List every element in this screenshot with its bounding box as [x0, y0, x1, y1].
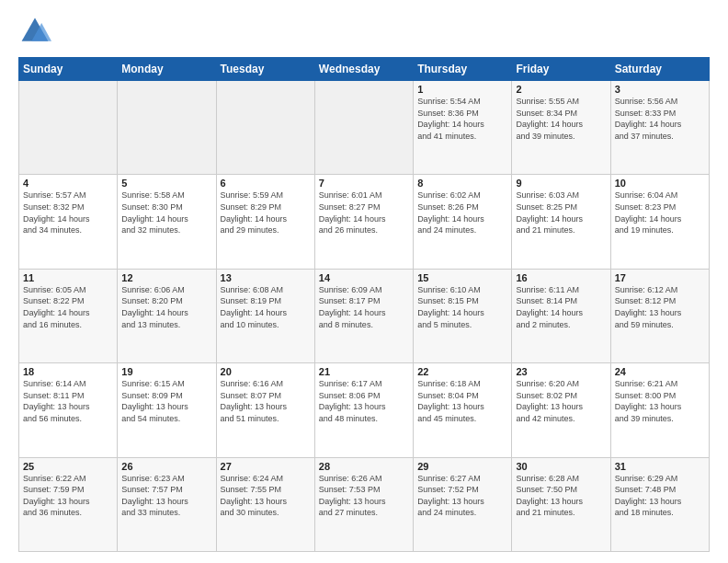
day-info: Sunrise: 6:01 AM Sunset: 8:27 PM Dayligh… [319, 190, 409, 236]
weekday-header-row: SundayMondayTuesdayWednesdayThursdayFrid… [19, 58, 710, 81]
day-info: Sunrise: 6:26 AM Sunset: 7:53 PM Dayligh… [319, 473, 409, 519]
day-info: Sunrise: 6:14 AM Sunset: 8:11 PM Dayligh… [23, 378, 113, 424]
day-number: 14 [319, 272, 409, 283]
day-info: Sunrise: 6:02 AM Sunset: 8:26 PM Dayligh… [417, 190, 507, 236]
calendar-cell: 30Sunrise: 6:28 AM Sunset: 7:50 PM Dayli… [512, 457, 610, 551]
day-info: Sunrise: 6:11 AM Sunset: 8:14 PM Dayligh… [516, 284, 606, 330]
calendar-cell [19, 81, 118, 175]
calendar-week-2: 4Sunrise: 5:57 AM Sunset: 8:32 PM Daylig… [19, 175, 710, 269]
logo [18, 15, 57, 48]
day-info: Sunrise: 5:54 AM Sunset: 8:36 PM Dayligh… [417, 96, 507, 142]
day-number: 2 [516, 84, 606, 95]
calendar-cell: 31Sunrise: 6:29 AM Sunset: 7:48 PM Dayli… [610, 457, 709, 551]
day-number: 11 [23, 272, 113, 283]
calendar-cell: 3Sunrise: 5:56 AM Sunset: 8:33 PM Daylig… [610, 81, 709, 175]
weekday-header-wednesday: Wednesday [314, 58, 413, 81]
header [18, 15, 710, 48]
calendar-cell [216, 81, 314, 175]
page: SundayMondayTuesdayWednesdayThursdayFrid… [0, 0, 728, 563]
day-number: 26 [121, 461, 211, 472]
day-info: Sunrise: 6:03 AM Sunset: 8:25 PM Dayligh… [516, 190, 606, 236]
day-info: Sunrise: 6:18 AM Sunset: 8:04 PM Dayligh… [417, 378, 507, 424]
day-info: Sunrise: 6:17 AM Sunset: 8:06 PM Dayligh… [319, 378, 409, 424]
day-number: 6 [221, 178, 311, 189]
day-number: 5 [121, 178, 211, 189]
day-number: 24 [615, 366, 705, 377]
calendar-header: SundayMondayTuesdayWednesdayThursdayFrid… [19, 58, 710, 81]
day-number: 27 [221, 461, 311, 472]
day-info: Sunrise: 6:08 AM Sunset: 8:19 PM Dayligh… [221, 284, 311, 330]
weekday-header-sunday: Sunday [19, 58, 118, 81]
calendar-cell: 17Sunrise: 6:12 AM Sunset: 8:12 PM Dayli… [610, 269, 709, 362]
day-number: 7 [319, 178, 409, 189]
day-number: 16 [516, 272, 606, 283]
day-info: Sunrise: 6:22 AM Sunset: 7:59 PM Dayligh… [23, 473, 113, 519]
day-info: Sunrise: 6:12 AM Sunset: 8:12 PM Dayligh… [615, 284, 705, 330]
day-number: 4 [23, 178, 113, 189]
calendar-cell: 15Sunrise: 6:10 AM Sunset: 8:15 PM Dayli… [414, 269, 512, 362]
calendar-cell: 8Sunrise: 6:02 AM Sunset: 8:26 PM Daylig… [414, 175, 512, 269]
calendar-week-4: 18Sunrise: 6:14 AM Sunset: 8:11 PM Dayli… [19, 363, 710, 457]
calendar-cell: 11Sunrise: 6:05 AM Sunset: 8:22 PM Dayli… [19, 269, 118, 362]
day-number: 23 [516, 366, 606, 377]
calendar-cell: 4Sunrise: 5:57 AM Sunset: 8:32 PM Daylig… [19, 175, 118, 269]
calendar-week-5: 25Sunrise: 6:22 AM Sunset: 7:59 PM Dayli… [19, 457, 710, 551]
calendar-cell: 13Sunrise: 6:08 AM Sunset: 8:19 PM Dayli… [216, 269, 314, 362]
day-number: 13 [221, 272, 311, 283]
calendar-cell: 22Sunrise: 6:18 AM Sunset: 8:04 PM Dayli… [414, 363, 512, 457]
day-number: 3 [615, 84, 705, 95]
day-info: Sunrise: 6:29 AM Sunset: 7:48 PM Dayligh… [615, 473, 705, 519]
calendar-cell: 26Sunrise: 6:23 AM Sunset: 7:57 PM Dayli… [118, 457, 216, 551]
day-number: 12 [121, 272, 211, 283]
day-info: Sunrise: 6:04 AM Sunset: 8:23 PM Dayligh… [615, 190, 705, 236]
day-info: Sunrise: 5:55 AM Sunset: 8:34 PM Dayligh… [516, 96, 606, 142]
calendar-cell: 25Sunrise: 6:22 AM Sunset: 7:59 PM Dayli… [19, 457, 118, 551]
day-number: 22 [417, 366, 507, 377]
calendar-cell: 19Sunrise: 6:15 AM Sunset: 8:09 PM Dayli… [118, 363, 216, 457]
day-info: Sunrise: 6:27 AM Sunset: 7:52 PM Dayligh… [417, 473, 507, 519]
calendar-cell [118, 81, 216, 175]
day-info: Sunrise: 6:21 AM Sunset: 8:00 PM Dayligh… [615, 378, 705, 424]
calendar-cell: 12Sunrise: 6:06 AM Sunset: 8:20 PM Dayli… [118, 269, 216, 362]
calendar-cell: 5Sunrise: 5:58 AM Sunset: 8:30 PM Daylig… [118, 175, 216, 269]
calendar-cell: 2Sunrise: 5:55 AM Sunset: 8:34 PM Daylig… [512, 81, 610, 175]
calendar-cell: 16Sunrise: 6:11 AM Sunset: 8:14 PM Dayli… [512, 269, 610, 362]
day-info: Sunrise: 6:05 AM Sunset: 8:22 PM Dayligh… [23, 284, 113, 330]
calendar-week-1: 1Sunrise: 5:54 AM Sunset: 8:36 PM Daylig… [19, 81, 710, 175]
day-number: 21 [319, 366, 409, 377]
calendar-cell: 14Sunrise: 6:09 AM Sunset: 8:17 PM Dayli… [314, 269, 413, 362]
day-info: Sunrise: 5:57 AM Sunset: 8:32 PM Dayligh… [23, 190, 113, 236]
weekday-header-saturday: Saturday [610, 58, 709, 81]
calendar-cell: 10Sunrise: 6:04 AM Sunset: 8:23 PM Dayli… [610, 175, 709, 269]
day-info: Sunrise: 6:06 AM Sunset: 8:20 PM Dayligh… [121, 284, 211, 330]
calendar-cell: 21Sunrise: 6:17 AM Sunset: 8:06 PM Dayli… [314, 363, 413, 457]
day-number: 31 [615, 461, 705, 472]
day-info: Sunrise: 6:15 AM Sunset: 8:09 PM Dayligh… [121, 378, 211, 424]
day-number: 8 [417, 178, 507, 189]
day-info: Sunrise: 6:16 AM Sunset: 8:07 PM Dayligh… [221, 378, 311, 424]
day-info: Sunrise: 6:20 AM Sunset: 8:02 PM Dayligh… [516, 378, 606, 424]
weekday-header-friday: Friday [512, 58, 610, 81]
calendar-cell: 28Sunrise: 6:26 AM Sunset: 7:53 PM Dayli… [314, 457, 413, 551]
day-info: Sunrise: 6:28 AM Sunset: 7:50 PM Dayligh… [516, 473, 606, 519]
calendar-cell: 20Sunrise: 6:16 AM Sunset: 8:07 PM Dayli… [216, 363, 314, 457]
weekday-header-monday: Monday [118, 58, 216, 81]
calendar-cell: 7Sunrise: 6:01 AM Sunset: 8:27 PM Daylig… [314, 175, 413, 269]
day-number: 25 [23, 461, 113, 472]
calendar-cell: 24Sunrise: 6:21 AM Sunset: 8:00 PM Dayli… [610, 363, 709, 457]
day-number: 28 [319, 461, 409, 472]
calendar-cell: 1Sunrise: 5:54 AM Sunset: 8:36 PM Daylig… [414, 81, 512, 175]
weekday-header-tuesday: Tuesday [216, 58, 314, 81]
day-number: 10 [615, 178, 705, 189]
day-info: Sunrise: 6:10 AM Sunset: 8:15 PM Dayligh… [417, 284, 507, 330]
day-number: 18 [23, 366, 113, 377]
calendar-week-3: 11Sunrise: 6:05 AM Sunset: 8:22 PM Dayli… [19, 269, 710, 362]
day-info: Sunrise: 6:24 AM Sunset: 7:55 PM Dayligh… [221, 473, 311, 519]
day-number: 19 [121, 366, 211, 377]
day-number: 30 [516, 461, 606, 472]
calendar-body: 1Sunrise: 5:54 AM Sunset: 8:36 PM Daylig… [19, 81, 710, 552]
day-number: 9 [516, 178, 606, 189]
day-number: 1 [417, 84, 507, 95]
logo-icon [18, 15, 51, 48]
day-info: Sunrise: 5:59 AM Sunset: 8:29 PM Dayligh… [221, 190, 311, 236]
